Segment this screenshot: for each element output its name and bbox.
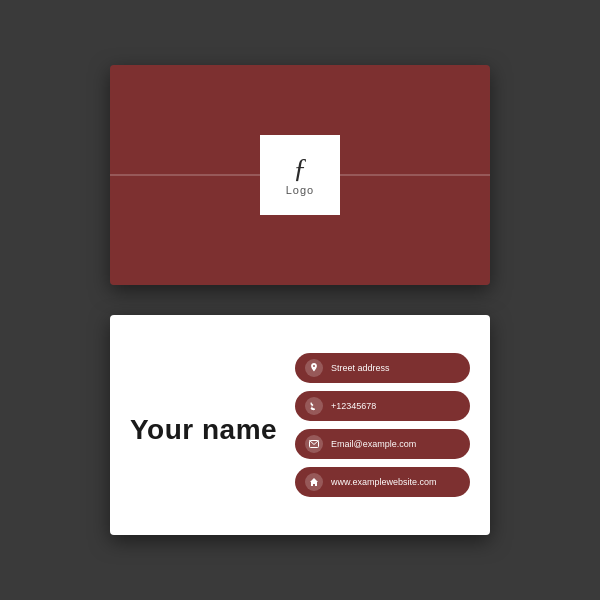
address-row: Street address — [295, 353, 470, 383]
email-label: Email@example.com — [331, 439, 416, 449]
address-label: Street address — [331, 363, 390, 373]
business-card-front: ƒ Logo — [110, 65, 490, 285]
card-back-face: Your name Street address +12345678 — [110, 315, 490, 535]
business-card-back: Your name Street address +12345678 — [110, 315, 490, 535]
logo-box: ƒ Logo — [260, 135, 340, 215]
home-icon — [305, 473, 323, 491]
website-row: www.examplewebsite.com — [295, 467, 470, 497]
phone-icon — [305, 397, 323, 415]
phone-row: +12345678 — [295, 391, 470, 421]
card-front-face: ƒ Logo — [110, 65, 490, 285]
website-label: www.examplewebsite.com — [331, 477, 437, 487]
email-row: Email@example.com — [295, 429, 470, 459]
location-icon — [305, 359, 323, 377]
person-name: Your name — [130, 414, 277, 446]
svg-marker-1 — [310, 478, 318, 486]
logo-text: Logo — [286, 184, 314, 196]
phone-label: +12345678 — [331, 401, 376, 411]
contact-info-list: Street address +12345678 Email@exam — [295, 353, 470, 497]
card-back-left: Your name — [130, 404, 295, 446]
logo-symbol: ƒ — [293, 154, 307, 182]
email-icon — [305, 435, 323, 453]
